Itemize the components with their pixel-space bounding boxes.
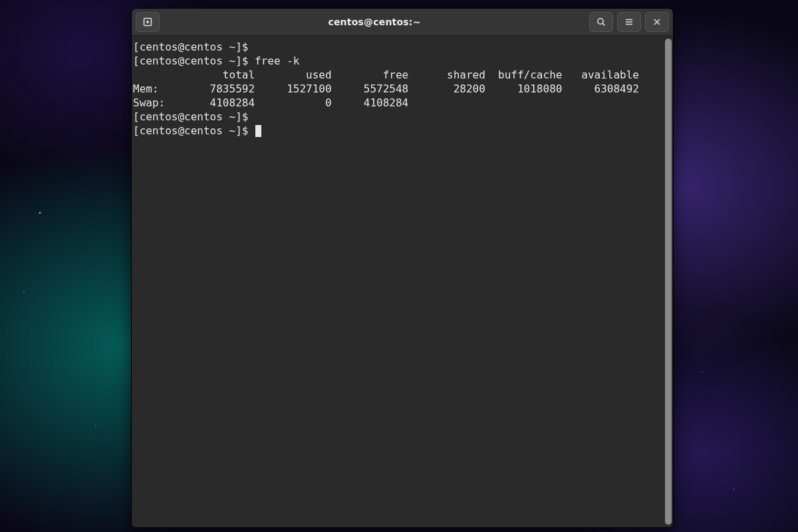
scrollbar[interactable] [665, 39, 672, 525]
free-swap-row: Swap: 4108284 0 4108284 [133, 96, 408, 109]
titlebar-right-group [589, 12, 669, 32]
terminal-viewport[interactable]: [centos@centos ~]$ [centos@centos ~]$ fr… [132, 36, 673, 527]
new-tab-button[interactable] [136, 12, 160, 32]
titlebar: centos@centos:~ [132, 9, 673, 36]
command-text: free -k [255, 55, 299, 67]
menu-button[interactable] [617, 12, 641, 32]
svg-line-4 [602, 23, 604, 25]
search-button[interactable] [589, 12, 613, 32]
search-icon [596, 17, 606, 27]
free-header: total used free shared buff/cache availa… [133, 68, 639, 81]
hamburger-icon [624, 17, 634, 27]
cursor [255, 125, 261, 137]
close-icon [652, 17, 662, 27]
close-button[interactable] [645, 12, 669, 32]
desktop-wallpaper: centos@centos:~ [0, 0, 798, 532]
prompt: [centos@centos ~]$ [133, 55, 255, 67]
terminal-output: [centos@centos ~]$ [centos@centos ~]$ fr… [132, 40, 673, 138]
scrollbar-thumb[interactable] [665, 39, 672, 525]
prompt: [centos@centos ~]$ [133, 124, 255, 137]
svg-point-3 [598, 19, 603, 24]
prompt: [centos@centos ~]$ [133, 110, 255, 123]
prompt: [centos@centos ~]$ [133, 41, 255, 53]
window-title: centos@centos:~ [164, 17, 585, 27]
new-tab-icon [142, 17, 153, 27]
terminal-window: centos@centos:~ [131, 8, 674, 528]
free-mem-row: Mem: 7835592 1527100 5572548 28200 10180… [133, 82, 639, 95]
